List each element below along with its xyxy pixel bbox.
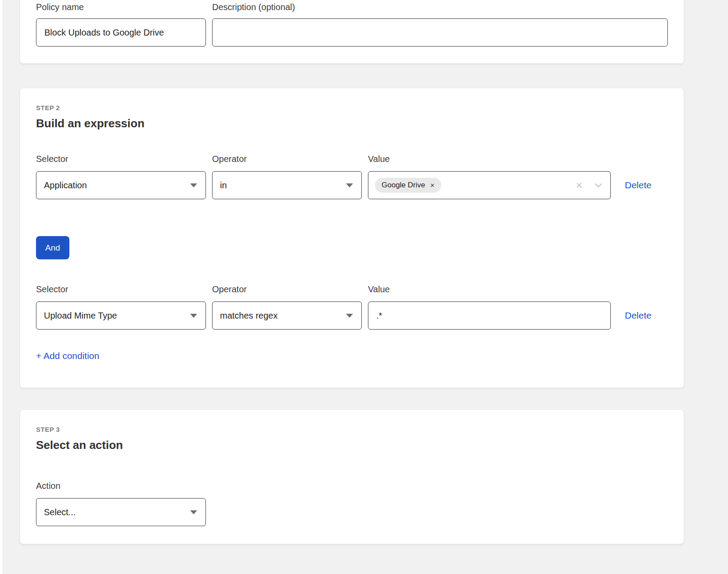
- step3-title: Select an action: [36, 438, 668, 452]
- caret-down-icon: [346, 314, 353, 318]
- action-dropdown-value: Select...: [44, 507, 76, 517]
- step3-label: STEP 3: [36, 426, 668, 433]
- action-label: Action: [36, 481, 668, 491]
- selector-dropdown[interactable]: Application: [36, 171, 206, 199]
- policy-name-label: Policy name: [36, 2, 206, 12]
- caret-down-icon: [346, 183, 353, 187]
- description-field-group: Description (optional): [212, 2, 668, 47]
- operator-dropdown-value: matches regex: [220, 311, 278, 321]
- value-label: Value: [368, 154, 611, 164]
- operator-label: Operator: [212, 154, 362, 164]
- condition1-controls-row: Application in Google Drive ✕ ✕: [36, 171, 668, 199]
- value-multiselect[interactable]: Google Drive ✕ ✕: [368, 171, 611, 199]
- build-expression-card: STEP 2 Build an expression Selector Oper…: [20, 88, 684, 388]
- remove-tag-icon[interactable]: ✕: [430, 183, 435, 188]
- step2-label: STEP 2: [36, 104, 668, 111]
- condition2-controls-row: Upload Mime Type matches regex Delete: [36, 301, 668, 330]
- chevron-down-icon[interactable]: [595, 183, 602, 188]
- caret-down-icon: [190, 314, 197, 318]
- selector-dropdown[interactable]: Upload Mime Type: [36, 301, 206, 330]
- policy-name-input[interactable]: [36, 18, 206, 47]
- clear-icon[interactable]: ✕: [576, 181, 583, 190]
- selector-dropdown-value: Upload Mime Type: [44, 311, 117, 321]
- caret-down-icon: [190, 183, 197, 187]
- policy-name-field-group: Policy name: [36, 2, 206, 47]
- page-left-edge: [0, 0, 3, 574]
- value-tag: Google Drive ✕: [375, 178, 441, 193]
- value-regex-input[interactable]: [368, 301, 611, 330]
- description-input[interactable]: [212, 18, 668, 47]
- condition1-labels-row: Selector Operator Value: [36, 154, 668, 164]
- description-label: Description (optional): [212, 2, 668, 12]
- condition2-labels-row: Selector Operator Value: [36, 284, 668, 294]
- policy-details-card: Policy name Description (optional): [20, 0, 684, 64]
- step2-title: Build an expression: [36, 116, 668, 131]
- selector-dropdown-value: Application: [44, 180, 87, 190]
- add-condition-link[interactable]: + Add condition: [36, 351, 99, 361]
- operator-label: Operator: [212, 284, 362, 294]
- value-label: Value: [368, 284, 611, 294]
- action-dropdown[interactable]: Select...: [36, 498, 206, 526]
- operator-dropdown[interactable]: matches regex: [212, 301, 362, 330]
- policy-builder-form: Policy name Description (optional) STEP …: [20, 0, 684, 544]
- caret-down-icon: [190, 510, 197, 514]
- delete-condition-link[interactable]: Delete: [625, 180, 652, 190]
- operator-dropdown[interactable]: in: [212, 171, 362, 199]
- value-tag-label: Google Drive: [382, 181, 425, 190]
- selector-label: Selector: [36, 154, 206, 164]
- selector-label: Selector: [36, 284, 206, 294]
- select-action-card: STEP 3 Select an action Action Select...: [20, 409, 684, 544]
- and-joiner-button[interactable]: And: [36, 236, 69, 259]
- delete-condition-link[interactable]: Delete: [625, 310, 652, 321]
- operator-dropdown-value: in: [220, 180, 227, 190]
